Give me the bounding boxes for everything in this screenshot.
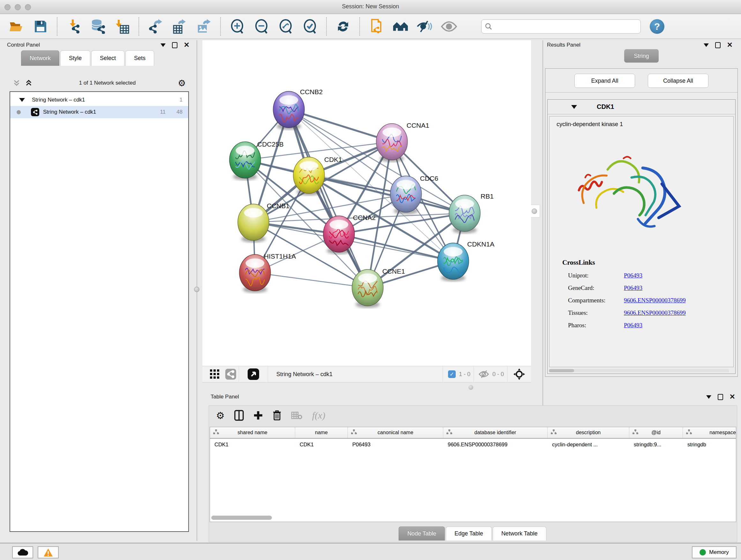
panel-float-icon[interactable] [172,42,178,48]
collapse-triangle-icon[interactable] [571,105,577,109]
network-row-selected[interactable]: String Network – cdk1 11 48 [10,106,188,118]
import-database-icon [90,19,106,34]
gene-header[interactable]: CDK1 [548,100,735,114]
zoom-in-button[interactable] [229,18,245,35]
crosslink-link[interactable]: P06493 [624,285,643,292]
tab-style[interactable]: Style [60,51,90,66]
network-node-CDK1[interactable] [293,157,325,195]
crosslink-link[interactable]: P06493 [624,322,643,329]
network-node-CCNE1[interactable] [352,269,383,308]
function-builder-icon: f(x) [312,410,326,421]
left-splitter-handle[interactable] [194,287,199,292]
column-header-database-identifier[interactable]: database identifier [443,427,548,438]
first-neighbors-button[interactable] [393,18,408,35]
zoom-out-icon [254,19,268,34]
network-list: String Network – cdk1 1 String Network –… [10,91,189,532]
network-canvas[interactable]: CCNB2CCNA1CDC25BCDK1CDC6RB1CCNB1CCNA2CDK… [202,40,531,366]
import-network-database-button[interactable] [90,18,106,35]
column-header-namespace[interactable]: namespace [683,427,736,438]
show-all-button[interactable] [441,18,457,35]
network-edge-CCNA2-CDKN1A[interactable] [339,234,453,261]
network-collection-row[interactable]: String Network – cdk1 1 [10,94,188,106]
grid-view-button[interactable] [207,366,223,382]
crosslink-link[interactable]: 9606.ENSP00000378699 [624,309,686,316]
tab-node-table[interactable]: Node Table [399,526,445,541]
horizontal-splitter-handle[interactable] [468,385,473,390]
table-settings-gear-icon[interactable]: ⚙ [216,410,225,421]
expand-triangle-icon[interactable] [19,98,25,102]
network-edge-CCNB2-CCNE1[interactable] [289,110,367,288]
export-image-button[interactable] [196,18,212,35]
show-columns-icon[interactable] [234,410,244,421]
column-header--id[interactable]: @id [629,427,683,438]
zoom-fit-button[interactable] [278,18,293,35]
hide-selected-button[interactable] [417,18,433,35]
network-node-CDC6[interactable] [390,176,421,214]
panel-float-icon[interactable] [718,394,723,400]
export-table-button[interactable] [172,18,188,35]
collapse-all-icon[interactable] [13,79,20,87]
network-node-HIST1H1A[interactable] [239,254,271,293]
birdseye-view-button[interactable] [246,366,261,382]
panel-close-icon[interactable]: ✕ [730,393,735,400]
panel-float-icon[interactable] [715,42,721,48]
collapse-all-button[interactable]: Collapse All [648,74,709,88]
network-edge-CCNB2-CCNA1[interactable] [289,110,392,142]
network-node-CCNB2[interactable] [273,91,305,130]
import-table-file-button[interactable] [114,18,130,35]
node-gloss [397,180,415,190]
zoom-out-button[interactable] [253,18,269,35]
column-header-description[interactable]: description [548,427,629,438]
results-hscrollbar[interactable] [549,369,729,372]
add-column-icon[interactable] [253,411,263,420]
export-network-button[interactable] [147,18,163,35]
node-table[interactable]: shared namenamecanonical namedatabase id… [210,427,736,522]
panel-close-icon[interactable]: ✕ [727,42,733,49]
delete-column-trash-icon[interactable] [273,410,281,421]
crosslink-row: Pharos:P06493 [568,322,733,329]
column-header-shared-name[interactable]: shared name [210,427,295,438]
network-node-CCNB1[interactable] [238,204,269,242]
node-label-CCNA1: CCNA1 [407,122,429,129]
tab-network-table[interactable]: Network Table [493,526,546,541]
selected-checkbox-icon[interactable]: ✓ [448,370,456,378]
network-node-RB1[interactable] [449,195,480,233]
memory-button[interactable]: Memory [692,546,737,558]
clone-network-button[interactable] [368,18,384,35]
panel-menu-icon[interactable] [706,395,711,399]
import-network-file-button[interactable] [66,18,82,35]
zoom-selected-button[interactable] [302,18,318,35]
gear-icon[interactable]: ⚙ [178,78,186,88]
expand-all-button[interactable]: Expand All [575,74,635,88]
crosshair-icon [513,368,525,380]
panel-close-icon[interactable]: ✕ [184,42,190,49]
save-session-button[interactable] [32,18,49,35]
network-node-CDKN1A[interactable] [437,243,469,281]
crosslink-link[interactable]: 9606.ENSP00000378699 [624,297,686,304]
open-session-button[interactable] [8,18,24,35]
warnings-button[interactable] [38,546,59,558]
center-view-button[interactable] [511,366,527,382]
tab-sets[interactable]: Sets [125,51,154,66]
help-button[interactable]: ? [650,19,664,34]
tab-network[interactable]: Network [21,51,59,66]
crosslink-label: Uniprot: [568,272,624,279]
table-row[interactable]: CDK1CDK1P064939606.ENSP00000378699cyclin… [210,439,736,450]
table-hscrollbar[interactable] [211,516,735,520]
network-node-CDC25B[interactable] [229,142,261,180]
tab-select[interactable]: Select [91,51,125,66]
panel-menu-icon[interactable] [704,44,709,47]
column-header-name[interactable]: name [295,427,348,438]
expand-all-icon[interactable] [25,79,32,87]
panel-menu-icon[interactable] [160,44,165,47]
refresh-layout-button[interactable] [335,18,351,35]
crosslink-link[interactable]: P06493 [624,272,643,279]
network-edge-HIST1H1A-CCNE1[interactable] [255,273,367,288]
cloud-status-button[interactable] [12,546,33,558]
search-input[interactable] [492,23,637,30]
tab-string[interactable]: String [624,49,658,63]
tab-edge-table[interactable]: Edge Table [446,526,492,541]
column-header-canonical-name[interactable]: canonical name [348,427,443,438]
network-view-button[interactable] [223,366,239,382]
network-node-CCNA1[interactable] [376,124,408,162]
